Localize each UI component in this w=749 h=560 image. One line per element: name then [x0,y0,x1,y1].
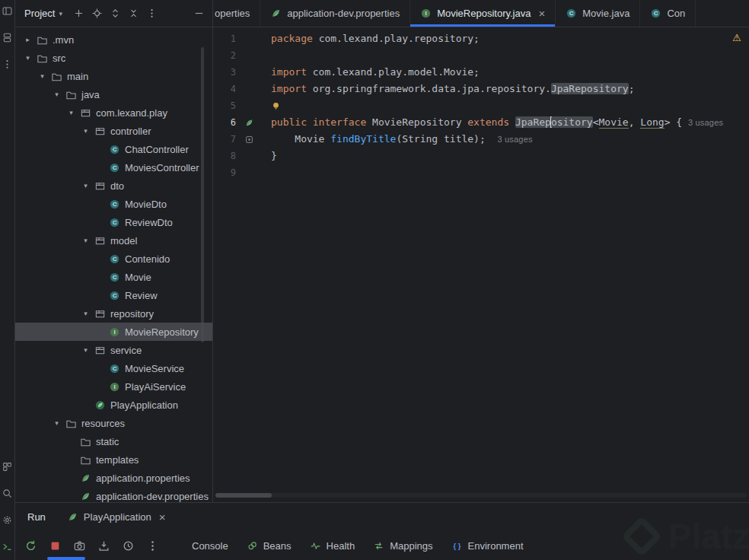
chevron-down-icon[interactable]: ▾ [81,310,91,317]
tool-tab-beans[interactable]: Beans [237,532,301,560]
code-text: public interface MovieRepository extends… [271,114,723,131]
tree-item-resources[interactable]: ▾resources [15,414,212,432]
tree-item-src[interactable]: ▾src [15,49,212,67]
editor-line[interactable]: 4import org.springframework.data.jpa.rep… [213,81,749,97]
more-icon[interactable] [146,8,158,19]
collapse-all-icon[interactable] [128,8,139,19]
tree-item-dto[interactable]: ▾dto [15,177,212,195]
editor-horizontal-scrollbar[interactable] [215,493,747,498]
tree-item-application-properties[interactable]: application.properties [15,469,212,487]
services-icon[interactable] [2,461,13,473]
chevron-down-icon[interactable]: ▾ [66,109,76,116]
add-icon[interactable] [73,8,84,19]
editor-line[interactable]: 7 Movie findByTitle(String title); 3 usa… [213,131,749,148]
search-icon[interactable] [2,488,13,499]
build-icon[interactable] [2,514,13,526]
beans-icon [247,540,258,552]
editor-line[interactable]: 8} [213,148,749,164]
tree-item-chatcontroller[interactable]: CChatController [15,140,212,158]
tree-item-controller[interactable]: ▾controller [15,122,212,140]
project-view-selector[interactable]: Project ▾ [24,8,62,19]
code-text: import org.springframework.data.jpa.repo… [271,81,634,97]
code-token: (String title); [396,133,497,145]
editor-tab-application-dev-properties[interactable]: application-dev.properties [260,0,410,27]
tree-item-service[interactable]: ▾service [15,341,212,359]
chevron-down-icon[interactable]: ▾ [81,237,91,244]
hide-icon[interactable] [193,8,205,19]
tool-tab-mappings[interactable]: Mappings [364,532,441,560]
code-token: public interface [271,116,372,128]
code-text: } [271,148,277,164]
tree-item-movie[interactable]: CMovie [15,268,212,286]
editor-line[interactable]: 3import com.lexand.play.model.Movie; [213,64,749,81]
editor-line[interactable]: 6public interface MovieRepository extend… [213,114,749,131]
ops-icon[interactable] [122,539,135,552]
locate-icon[interactable] [91,8,103,19]
tool-tab-environment[interactable]: { }Environment [442,532,533,560]
more-icon[interactable] [2,59,13,70]
editor-tab-operties[interactable]: operties [213,0,260,27]
tree-item-movierepository[interactable]: IMovieRepository [15,323,212,341]
rerun-icon[interactable] [24,539,37,552]
interface-icon: I [109,326,120,338]
terminal-icon[interactable] [2,541,13,552]
tree-item-com-lexand-play[interactable]: ▾com.lexand.play [15,103,212,122]
sidebar-toggle-icon[interactable] [2,5,13,17]
import-icon[interactable] [97,539,110,552]
chevron-right-icon[interactable]: ▸ [23,36,33,43]
chevron-down-icon[interactable]: ▾ [23,54,33,62]
tree-item-main[interactable]: ▾main [15,67,212,85]
editor-line[interactable]: 5 [213,97,749,114]
tab-label: application-dev.properties [287,8,400,19]
close-icon[interactable]: × [538,8,545,19]
tree-item-templates[interactable]: templates [15,450,212,469]
tool-tab-health[interactable]: Health [301,532,365,560]
package-icon [94,235,106,247]
tree-item-java[interactable]: ▾java [15,85,212,103]
more-icon[interactable] [146,539,159,552]
tree-item-model[interactable]: ▾model [15,231,212,250]
tree-item-label: service [110,345,142,356]
tree-item-repository[interactable]: ▾repository [15,304,212,323]
structure-icon[interactable] [2,32,13,43]
close-icon[interactable]: × [159,511,166,523]
editor-line[interactable]: 1package com.lexand.play.repository; [213,30,749,47]
tree-item-contenido[interactable]: CContenido [15,250,212,268]
chevron-down-icon[interactable]: ▾ [81,127,91,135]
tree-scrollbar[interactable] [201,47,204,342]
run-tab-playapplication[interactable]: PlayApplication× [67,511,166,523]
tree-item-playaiservice[interactable]: IPlayAiService [15,377,212,396]
chevron-down-icon[interactable]: ▾ [37,72,47,80]
tree-item-mvn[interactable]: ▸.mvn [15,30,212,49]
line-number: 7 [213,131,236,148]
inspection-warning-icon[interactable]: ⚠ [732,32,741,43]
editor-line[interactable]: 9 [213,164,749,181]
stop-icon[interactable] [49,539,62,552]
tree-item-moviedto[interactable]: CMovieDto [15,195,212,213]
tree-item-application-dev-properties[interactable]: application-dev.properties [15,487,212,502]
line-number: 3 [213,64,236,81]
scrollbar-thumb[interactable] [215,493,272,498]
package-icon [94,126,106,137]
editor-tab-movierepository-java[interactable]: IMovieRepository.java× [410,0,556,27]
chevron-down-icon: ▾ [59,10,62,18]
tool-tab-console[interactable]: Console [183,532,237,560]
tree-item-playapplication[interactable]: PlayApplication [15,396,212,414]
editor-line[interactable]: 2 [213,47,749,64]
editor-tab-movie-java[interactable]: CMovie.java [556,0,640,27]
tree-item-moviescontroller[interactable]: CMoviesController [15,158,212,177]
chevron-down-icon[interactable]: ▾ [81,182,91,189]
tree-item-movieservice[interactable]: CMovieService [15,359,212,377]
editor-tab-con[interactable]: CCon [640,0,696,27]
camera-icon[interactable] [73,539,86,552]
tree-item-label: MovieService [124,363,184,374]
chevron-down-icon[interactable]: ▾ [52,419,62,427]
code-editor[interactable]: 1package com.lexand.play.repository;23im… [213,27,749,502]
expand-all-icon[interactable] [110,8,121,19]
tree-item-reviewdto[interactable]: CReviewDto [15,213,212,231]
chevron-down-icon[interactable]: ▾ [81,346,91,354]
chevron-down-icon[interactable]: ▾ [52,91,62,98]
tree-item-review[interactable]: CReview [15,286,212,304]
code-token: JpaRep [515,116,551,128]
tree-item-static[interactable]: static [15,432,212,450]
